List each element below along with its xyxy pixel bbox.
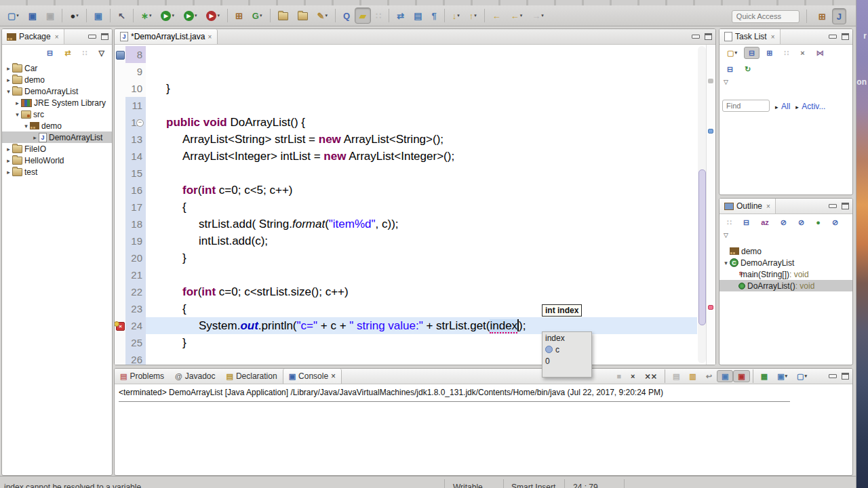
open-perspective-button[interactable]: ⊞ — [814, 8, 831, 24]
clear-console-button[interactable]: ▤ — [668, 370, 684, 382]
line-number[interactable]: 23 — [125, 300, 146, 317]
line-number[interactable]: 15 — [125, 165, 146, 182]
code-line-13[interactable]: 13ArrayList<String> strList = new ArrayL… — [115, 131, 697, 148]
tab-javadoc[interactable]: @Javadoc — [170, 369, 220, 384]
annotation-gutter[interactable] — [115, 232, 125, 249]
collapse-all-button[interactable]: ⊟ — [738, 216, 754, 228]
annotation-gutter[interactable] — [115, 182, 125, 199]
occurrence-marker[interactable] — [708, 129, 713, 134]
project-item-jre-system-library[interactable]: ▸JRE System Library — [2, 97, 112, 108]
prev-annotation-button[interactable]: ↑▾ — [465, 7, 481, 24]
filter-all-label[interactable]: All — [781, 102, 790, 111]
assist-proposal-c[interactable]: c — [542, 344, 591, 355]
code-text[interactable]: ArrayList<String> strList = new ArrayLis… — [146, 131, 697, 148]
line-number[interactable]: 13 — [125, 131, 146, 148]
view-menu-icon[interactable]: ▽ — [719, 77, 852, 87]
project-item-demoarraylist[interactable]: ▸JDemoArrayList — [2, 131, 112, 143]
code-text[interactable]: System.out.println("c=" + c + " string v… — [146, 317, 697, 334]
disabled-tool-button[interactable]: ∷ — [371, 7, 386, 24]
tab-console[interactable]: ▣Console× — [283, 369, 342, 384]
disclosure-right-icon[interactable]: ▸ — [5, 65, 12, 72]
line-number[interactable]: 16 — [125, 182, 146, 199]
scroll-lock-button[interactable]: ▥ — [684, 370, 701, 382]
filter-active-label[interactable]: Activ... — [802, 102, 825, 111]
maximize-icon[interactable] — [842, 33, 849, 40]
hide-static-button[interactable]: ⊘ — [793, 216, 809, 228]
code-text[interactable]: } — [146, 80, 697, 97]
line-number[interactable]: 24 — [125, 317, 146, 334]
new-task-button[interactable]: ▢▾ — [722, 47, 742, 59]
disclosure-down-icon[interactable]: ▾ — [22, 123, 30, 129]
tab-problems[interactable]: ▤Problems — [115, 369, 170, 384]
close-icon[interactable]: × — [771, 33, 775, 41]
line-number[interactable]: 17 — [125, 199, 146, 216]
line-number[interactable]: 14 — [125, 148, 146, 165]
close-icon[interactable]: × — [331, 371, 336, 381]
disclosure-right-icon[interactable]: ▸ — [5, 77, 12, 83]
close-icon[interactable]: × — [766, 203, 770, 210]
annotation-gutter[interactable] — [115, 249, 125, 266]
code-line-11[interactable]: 11 — [115, 97, 697, 114]
focus-on-workweek-button[interactable]: ⋈ — [812, 47, 829, 59]
project-item-demo[interactable]: ▸demo — [2, 74, 112, 85]
line-number[interactable]: 9 — [125, 63, 146, 80]
terminate-button[interactable]: ■ — [612, 370, 626, 382]
code-line-8[interactable]: 8 — [115, 46, 697, 63]
word-wrap-button[interactable]: ↩ — [701, 370, 717, 382]
remove-launch-button[interactable]: × — [626, 370, 639, 382]
focus-button[interactable]: ∷ — [722, 216, 736, 228]
line-number[interactable]: 21 — [125, 266, 146, 283]
annotation-gutter[interactable] — [115, 334, 125, 351]
tab-demoarraylist-java[interactable]: J *DemoArrayList.java × — [115, 29, 218, 44]
sort-button[interactable]: az — [756, 216, 774, 228]
disabled-filter-button[interactable]: ∷ — [78, 47, 92, 59]
code-text[interactable] — [146, 351, 697, 365]
project-item-src[interactable]: ▾src — [2, 108, 112, 120]
code-line-20[interactable]: 20} — [115, 249, 697, 266]
code-line-26[interactable]: 26 — [115, 351, 697, 365]
annotation-gutter[interactable] — [115, 300, 125, 317]
line-number[interactable]: 8 — [125, 46, 146, 63]
line-number[interactable]: 11 — [125, 97, 146, 114]
code-line-17[interactable]: 17{ — [115, 199, 697, 216]
next-annotation-button[interactable]: ↓▾ — [448, 7, 465, 24]
open-type-button[interactable]: G▾ — [248, 7, 267, 24]
collapse-all-button[interactable]: ⊟ — [722, 63, 738, 75]
code-text[interactable] — [146, 46, 697, 63]
outline-item-demoarraylist[interactable]: ▾CDemoArrayList — [719, 257, 852, 268]
code-text[interactable]: ArrayList<Integer> intList = new ArrayLi… — [146, 148, 697, 165]
disclosure-down-icon[interactable]: ▾ — [14, 111, 21, 118]
tab-outline[interactable]: Outline × — [719, 199, 776, 214]
project-item-demoarraylist[interactable]: ▾DemoArrayList — [2, 85, 112, 97]
coverage-button[interactable]: ▶▾ — [201, 7, 224, 24]
open-resource-button[interactable] — [293, 7, 313, 24]
annotation-gutter[interactable] — [115, 63, 125, 80]
line-number[interactable]: 19 — [125, 232, 146, 249]
new-java-project-button[interactable]: ⊞ — [231, 7, 248, 24]
code-line-25[interactable]: 25} — [115, 334, 697, 351]
quick-access-input[interactable] — [732, 10, 800, 23]
disclosure-right-icon[interactable]: ▸ — [5, 146, 12, 152]
annotation-gutter[interactable] — [115, 283, 125, 300]
code-line-22[interactable]: 22for(int c=0; c<strList.size(); c++) — [115, 283, 697, 300]
maximize-icon[interactable] — [842, 203, 849, 209]
scrollbar-thumb[interactable] — [698, 169, 706, 325]
annotation-gutter[interactable] — [115, 131, 125, 148]
hide-non-public-button[interactable]: ● — [811, 216, 825, 228]
hide-completed-button[interactable]: × — [795, 47, 809, 59]
code-text[interactable]: } — [146, 249, 697, 266]
disclosure-right-icon[interactable]: ▸ — [14, 100, 21, 106]
tab-declaration[interactable]: ▤Declaration — [221, 369, 283, 384]
code-text[interactable]: { — [146, 300, 697, 317]
code-line-19[interactable]: 19intList.add(c); — [115, 232, 697, 249]
tab-task-list[interactable]: Task List × — [719, 29, 781, 44]
code-line-12[interactable]: 12−public void DoArrayList() { — [115, 114, 697, 131]
code-text[interactable] — [146, 63, 697, 80]
project-item-car[interactable]: ▸Car — [2, 62, 112, 74]
hide-local-types-button[interactable]: ⊘ — [827, 216, 843, 228]
editor-body[interactable]: 8910}1112−public void DoArrayList() {13A… — [115, 45, 715, 365]
java-perspective-button[interactable]: J — [832, 8, 846, 24]
code-text[interactable]: { — [146, 199, 697, 216]
disclosure-right-icon[interactable]: ▸ — [31, 134, 39, 141]
code-text[interactable] — [146, 165, 697, 182]
